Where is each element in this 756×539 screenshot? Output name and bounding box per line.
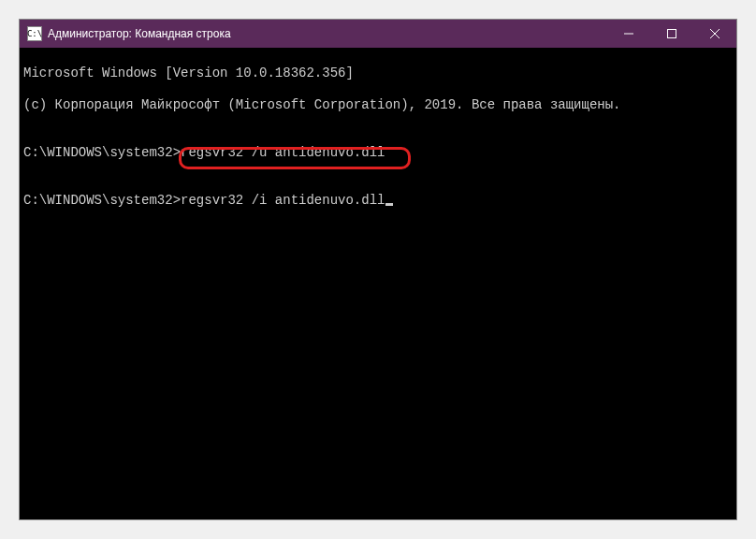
svg-rect-1: [668, 30, 676, 38]
command-text: regsvr32 /i antidenuvo.dll: [181, 193, 385, 208]
text-cursor: [385, 203, 393, 206]
prompt: C:\WINDOWS\system32>: [23, 145, 181, 160]
output-line: (c) Корпорация Майкрософт (Microsoft Cor…: [23, 97, 733, 113]
cmd-icon: C:\: [27, 26, 42, 41]
command-text: regsvr32 /u antidenuvo.dll: [181, 145, 385, 160]
output-line: Microsoft Windows [Version 10.0.18362.35…: [23, 66, 733, 81]
terminal-area[interactable]: Microsoft Windows [Version 10.0.18362.35…: [20, 48, 736, 519]
minimize-button[interactable]: [607, 20, 650, 48]
maximize-button[interactable]: [650, 20, 693, 48]
close-button[interactable]: [693, 20, 736, 48]
prompt: C:\WINDOWS\system32>: [23, 193, 181, 208]
prompt-line: C:\WINDOWS\system32>regsvr32 /i antidenu…: [23, 193, 733, 209]
titlebar[interactable]: C:\ Администратор: Командная строка: [20, 20, 736, 48]
window-controls: [607, 20, 736, 48]
cmd-window: C:\ Администратор: Командная строка Micr…: [19, 19, 737, 520]
window-title: Администратор: Командная строка: [48, 27, 607, 40]
prompt-line: C:\WINDOWS\system32>regsvr32 /u antidenu…: [23, 145, 733, 161]
